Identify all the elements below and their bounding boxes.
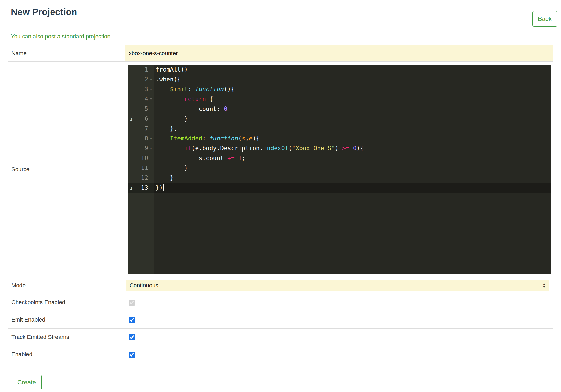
line-number: 13 xyxy=(135,183,148,193)
fold-spacer xyxy=(148,173,154,183)
editor-gutter: 12 xyxy=(128,173,154,183)
code-text[interactable]: }, xyxy=(154,124,551,133)
editor-line[interactable]: i6 } xyxy=(128,114,551,124)
fold-spacer xyxy=(148,163,154,173)
info-annotation-icon[interactable]: i xyxy=(128,183,135,193)
code-text[interactable]: } xyxy=(154,173,551,183)
info-annotation-icon[interactable]: i xyxy=(128,114,135,124)
standard-projection-link[interactable]: You can also post a standard projection xyxy=(11,33,110,40)
fold-spacer xyxy=(148,153,154,163)
back-button[interactable]: Back xyxy=(532,11,557,27)
line-number: 9 xyxy=(135,143,148,153)
track-emitted-streams-checkbox[interactable] xyxy=(129,334,135,340)
print-margin-ruler xyxy=(509,65,509,274)
editor-line[interactable]: 5 count: 0 xyxy=(128,104,551,114)
editor-gutter: 10 xyxy=(128,153,154,163)
code-text[interactable]: }) xyxy=(154,183,551,193)
code-text[interactable]: return { xyxy=(154,94,551,104)
line-number: 10 xyxy=(135,153,148,163)
line-number: 1 xyxy=(135,65,148,74)
gutter-spacer xyxy=(128,104,135,114)
line-number: 12 xyxy=(135,173,148,183)
code-lines: 1fromAll()2▾.when({3▾ $init: function(){… xyxy=(128,65,551,193)
projection-form-table: Name Source 1fromAll()2▾.when({3▾ $init:… xyxy=(8,45,553,363)
projection-name-input[interactable] xyxy=(125,45,553,61)
gutter-spacer xyxy=(128,124,135,133)
line-number: 7 xyxy=(135,124,148,133)
editor-line[interactable]: 7 }, xyxy=(128,124,551,133)
editor-gutter: i6 xyxy=(128,114,154,124)
code-text[interactable]: .when({ xyxy=(154,74,551,84)
select-arrows-icon: ▲▼ xyxy=(543,283,546,288)
mode-label: Mode xyxy=(8,277,125,294)
code-text[interactable]: if(e.body.Description.indexOf("Xbox One … xyxy=(154,143,551,153)
editor-gutter: 2▾ xyxy=(128,74,154,84)
editor-gutter: i13 xyxy=(128,183,154,193)
editor-gutter: 9▾ xyxy=(128,143,154,153)
editor-gutter: 5 xyxy=(128,104,154,114)
checkpoints-label: Checkpoints Enabled xyxy=(8,294,125,311)
code-text[interactable]: s.count += 1; xyxy=(154,153,551,163)
editor-gutter: 3▾ xyxy=(128,84,154,94)
enabled-row: Enabled xyxy=(8,346,553,363)
line-number: 6 xyxy=(135,114,148,124)
editor-line[interactable]: 9▾ if(e.body.Description.indexOf("Xbox O… xyxy=(128,143,551,153)
editor-line[interactable]: 11 } xyxy=(128,163,551,173)
editor-line[interactable]: 1fromAll() xyxy=(128,65,551,74)
fold-spacer xyxy=(148,104,154,114)
editor-line[interactable]: 10 s.count += 1; xyxy=(128,153,551,163)
editor-line[interactable]: 2▾.when({ xyxy=(128,74,551,84)
editor-gutter: 7 xyxy=(128,124,154,133)
editor-line[interactable]: 4▾ return { xyxy=(128,94,551,104)
mode-select[interactable]: Continuous ▲▼ xyxy=(126,280,549,291)
fold-toggle-icon[interactable]: ▾ xyxy=(148,133,154,143)
create-button[interactable]: Create xyxy=(12,375,42,390)
fold-toggle-icon[interactable]: ▾ xyxy=(148,74,154,84)
source-label: Source xyxy=(8,62,125,277)
gutter-spacer xyxy=(128,94,135,104)
fold-toggle-icon[interactable]: ▾ xyxy=(148,84,154,94)
gutter-spacer xyxy=(128,173,135,183)
gutter-spacer xyxy=(128,163,135,173)
editor-gutter: 8▾ xyxy=(128,133,154,143)
enabled-label: Enabled xyxy=(8,346,125,363)
line-number: 11 xyxy=(135,163,148,173)
emit-label: Emit Enabled xyxy=(8,311,125,329)
line-number: 5 xyxy=(135,104,148,114)
line-number: 3 xyxy=(135,84,148,94)
editor-line[interactable]: 12 } xyxy=(128,173,551,183)
editor-line[interactable]: 3▾ $init: function(){ xyxy=(128,84,551,94)
editor-gutter: 4▾ xyxy=(128,94,154,104)
mode-row: Mode Continuous ▲▼ xyxy=(8,277,553,294)
fold-toggle-icon[interactable]: ▾ xyxy=(148,94,154,104)
emit-enabled-checkbox[interactable] xyxy=(129,317,135,323)
source-code-editor[interactable]: 1fromAll()2▾.when({3▾ $init: function(){… xyxy=(128,65,551,274)
mode-select-value: Continuous xyxy=(130,282,543,289)
enabled-checkbox[interactable] xyxy=(129,352,135,358)
gutter-spacer xyxy=(128,65,135,74)
new-projection-page: New Projection Back You can also post a … xyxy=(0,7,561,390)
editor-gutter: 11 xyxy=(128,163,154,173)
track-label: Track Emitted Streams xyxy=(8,329,125,346)
name-label: Name xyxy=(8,45,125,62)
fold-spacer xyxy=(148,114,154,124)
source-row: Source 1fromAll()2▾.when({3▾ $init: func… xyxy=(8,62,553,277)
page-title: New Projection xyxy=(11,7,553,17)
checkpoints-row: Checkpoints Enabled xyxy=(8,294,553,311)
gutter-spacer xyxy=(128,143,135,153)
fold-toggle-icon[interactable]: ▾ xyxy=(148,143,154,153)
gutter-spacer xyxy=(128,133,135,143)
emit-row: Emit Enabled xyxy=(8,311,553,329)
editor-line[interactable]: 8▾ ItemAdded: function(s,e){ xyxy=(128,133,551,143)
editor-gutter: 1 xyxy=(128,65,154,74)
code-text[interactable]: ItemAdded: function(s,e){ xyxy=(154,133,551,143)
code-text[interactable]: } xyxy=(154,163,551,173)
name-row: Name xyxy=(8,45,553,62)
code-text[interactable]: count: 0 xyxy=(154,104,551,114)
code-text[interactable]: $init: function(){ xyxy=(154,84,551,94)
editor-line[interactable]: i13}) xyxy=(128,183,551,193)
code-text[interactable]: fromAll() xyxy=(154,65,551,74)
code-text[interactable]: } xyxy=(154,114,551,124)
fold-spacer xyxy=(148,124,154,133)
fold-spacer xyxy=(148,183,154,193)
